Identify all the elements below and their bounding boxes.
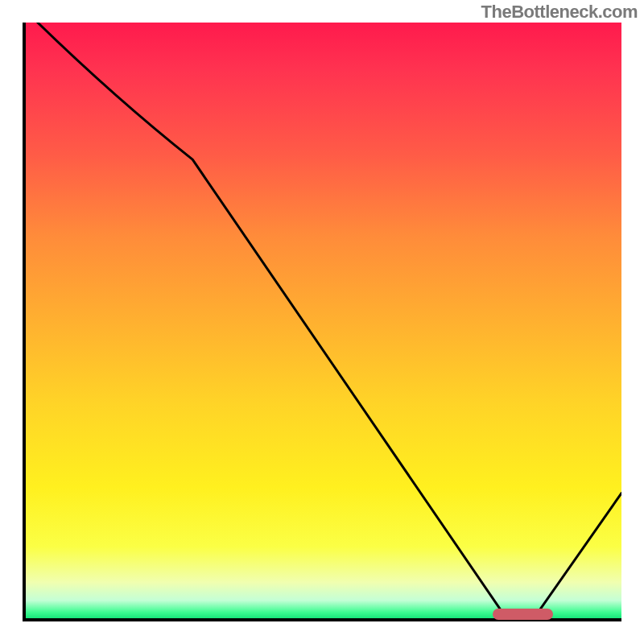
watermark-text: TheBottleneck.com	[481, 2, 638, 23]
chart-plot-area	[23, 23, 621, 621]
optimum-marker	[493, 609, 552, 620]
bottleneck-curve	[26, 23, 621, 618]
